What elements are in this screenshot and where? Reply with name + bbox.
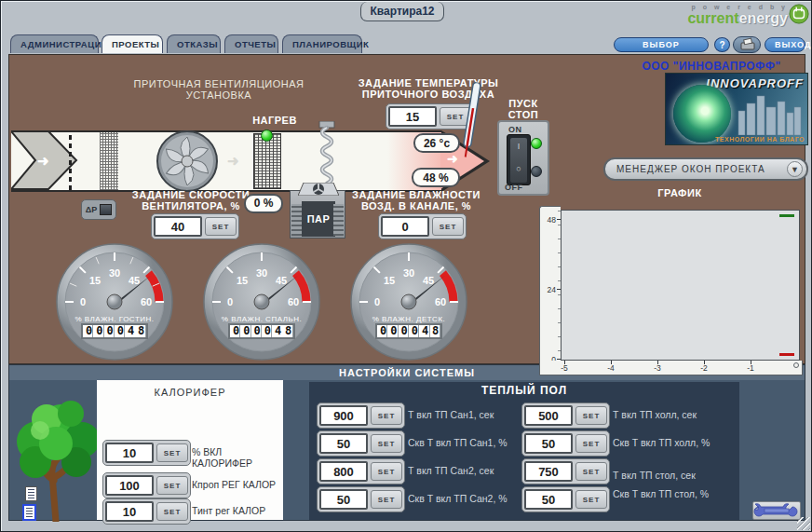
set-button[interactable]: SET (371, 406, 402, 425)
set-button[interactable]: SET (156, 476, 188, 495)
hum-setpoint-input[interactable] (381, 216, 429, 237)
set-button[interactable]: SET (575, 434, 607, 453)
humidity-reading: 48 % (412, 168, 460, 187)
tp-left-2-group: SET (317, 458, 405, 484)
resize-grip[interactable] (797, 517, 810, 530)
tp-right-3-group: SET (521, 486, 610, 512)
gauge-tick-60: 60 (435, 296, 446, 307)
tp-right-0-input[interactable] (524, 405, 573, 426)
heater-led-indicator (261, 130, 273, 142)
heating-label: НАГРЕВ (223, 115, 326, 126)
chevron-down-icon[interactable]: ▼ (787, 161, 803, 177)
humidity-gauge-living: 0 15 30 45 60 % ВЛАЖН. ГОСТИН. 000048 (54, 241, 175, 362)
tab-projects[interactable]: ПРОЕКТЫ (102, 34, 163, 53)
tab-failures[interactable]: ОТКАЗЫ (167, 34, 221, 53)
tp-right-1-group: SET (521, 430, 610, 457)
tab-bar: АДМИНИСТРАЦИЯ ПРОЕКТЫ ОТКАЗЫ ОТЧЕТЫ ПЛАН… (1, 33, 812, 53)
dp-sensor-button[interactable]: ΔP (81, 199, 116, 220)
tp-right-1-input[interactable] (524, 433, 573, 454)
humidity-gauge-kids: 0 15 30 45 60 % ВЛАЖН. ДЕТСК. 000048 (348, 241, 469, 362)
y-tick-24: 24 (539, 285, 556, 294)
off-label: OFF (505, 183, 523, 192)
list-icon-selected[interactable] (22, 504, 36, 521)
kalorifer-row-2-input[interactable] (105, 501, 154, 522)
hum-setpoint-label-line1: ЗАДАНИЕ ВЛАЖНОСТИ (346, 189, 486, 200)
tp-left-2-input[interactable] (319, 461, 368, 482)
tab-scheduler[interactable]: ПЛАНИРОВЩИК (282, 34, 362, 53)
gauge-tick-30: 30 (109, 267, 120, 279)
list-icon[interactable] (25, 486, 37, 501)
ahu-title-line1: ПРИТОЧНАЯ ВЕНТИЛЯЦИОНАЯ (121, 78, 317, 89)
set-button[interactable]: SET (371, 434, 402, 453)
tp-left-0-input[interactable] (319, 405, 368, 426)
tools-button[interactable] (752, 501, 801, 520)
gauge-label: % ВЛАЖН. СПАЛЬН. (222, 315, 302, 323)
kalorifer-row-0-label: % ВКЛ КАЛОРИФЕР (192, 446, 283, 469)
brand-energy: energy (739, 10, 788, 26)
tab-administration[interactable]: АДМИНИСТРАЦИЯ (10, 34, 99, 53)
gauge-tick-15: 15 (89, 275, 101, 286)
tp-right-3-label: Скв Т вкл ТП стол, % (613, 488, 709, 499)
tp-left-1-input[interactable] (319, 433, 368, 454)
heater-output-value: 0 % (244, 194, 283, 213)
power-rocker-switch[interactable]: I○ (507, 134, 531, 185)
set-button[interactable]: SET (156, 443, 188, 462)
kalorifer-title: КАЛОРИФЕР (97, 387, 283, 398)
gauge-label: % ВЛАЖН. ДЕТСК. (372, 315, 446, 323)
steam-label: ПАР (302, 201, 335, 237)
dp-label: ΔP (86, 205, 97, 214)
select-project-button[interactable]: ВЫБОР ПРОЕКТА (614, 37, 709, 52)
kalorifer-row-0-input[interactable] (105, 443, 154, 463)
gauge-tick-60: 60 (141, 296, 152, 307)
tp-left-2-label: Т вкл ТП Сан2, сек (408, 465, 494, 476)
red-trend-segment (779, 353, 794, 356)
gauge-odometer: 000048 (81, 323, 148, 339)
set-button[interactable]: SET (156, 502, 188, 521)
x-tick-m3: -3 (648, 363, 667, 373)
hum-setpoint-label-line2: ВОЗД. В КАНАЛЕ, % (346, 200, 486, 211)
help-button[interactable]: ? (714, 37, 730, 52)
tp-right-0-label: Т вкл ТП холл, сек (613, 409, 697, 420)
temp-reading: 26 °c (413, 133, 460, 153)
printer-icon (734, 37, 762, 54)
fan-speed-group: SET (151, 213, 239, 239)
set-button[interactable]: SET (575, 490, 607, 509)
exit-button[interactable]: ВЫХОД (765, 37, 805, 52)
globe-icon (673, 85, 731, 143)
hum-setpoint-group: SET (378, 213, 467, 239)
chart-plot-area (561, 210, 800, 361)
trend-chart: 48 24 0 -5 -4 -3 -2 -1 (537, 202, 805, 377)
louver-right (333, 204, 344, 236)
set-button[interactable]: SET (575, 462, 607, 481)
gauge-odometer: 000048 (375, 323, 442, 339)
temp-setpoint-input[interactable] (388, 106, 437, 127)
tab-reports[interactable]: ОТЧЕТЫ (224, 34, 278, 53)
window-manager-label: МЕНЕДЖЕР ОКОН ПРОЕКТА (605, 164, 787, 174)
tp-right-2-input[interactable] (524, 461, 573, 482)
set-button[interactable]: SET (575, 406, 607, 425)
hum-set-button[interactable]: SET (432, 217, 464, 236)
tp-right-2-group: SET (521, 458, 610, 484)
set-button[interactable]: SET (371, 462, 402, 481)
ahu-title-line2: УСТАНОВКА (121, 89, 317, 101)
plug-icon (789, 4, 809, 24)
window-manager-dropdown[interactable]: МЕНЕДЖЕР ОКОН ПРОЕКТА ▼ (603, 157, 808, 181)
run-led-indicator (531, 138, 542, 149)
chart-y-axis: 48 24 0 (539, 206, 561, 363)
set-button[interactable]: SET (371, 490, 402, 509)
gauge-tick-0: 0 (374, 296, 380, 307)
green-trend-segment (779, 214, 794, 217)
print-button[interactable] (733, 36, 761, 53)
gauge-tick-30: 30 (403, 267, 414, 279)
fan-set-button[interactable]: SET (205, 217, 237, 236)
fan-speed-input[interactable] (154, 216, 202, 237)
app-window: Квартира12 p o w e r e d b y currentener… (0, 0, 812, 532)
tp-right-3-input[interactable] (524, 489, 573, 510)
tp-left-3-input[interactable] (319, 489, 368, 510)
teply-pol-panel: ТЕПЛЫЙ ПОЛ SET Т вкл ТП Сан1, сек SET Ск… (309, 382, 739, 520)
window-title: Квартира12 (360, 2, 444, 21)
kalorifer-row-1-input[interactable] (105, 475, 154, 496)
gauge-tick-45: 45 (276, 275, 287, 286)
company-name: ООО "ИННОВАПРОФФ" (613, 60, 810, 73)
logo-title: INNOVAPROFF (706, 76, 804, 90)
